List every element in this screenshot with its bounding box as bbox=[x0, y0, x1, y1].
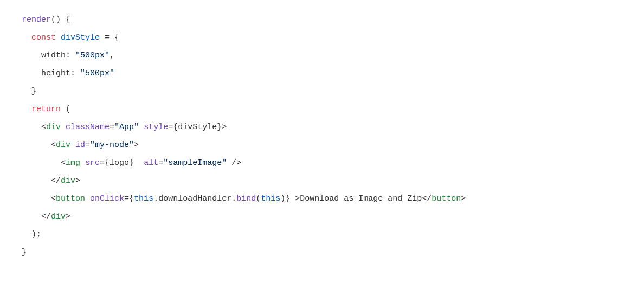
token-attr: className bbox=[66, 123, 110, 132]
code-line: height: "500px" bbox=[22, 69, 114, 78]
token-punc: = bbox=[124, 194, 129, 203]
token-attr: alt bbox=[144, 158, 158, 168]
token-tag: button bbox=[56, 194, 85, 203]
token-punc: /> bbox=[227, 158, 241, 168]
token-variable: logo bbox=[110, 158, 129, 168]
token-punc: () { bbox=[51, 15, 70, 24]
token-punc: . bbox=[231, 194, 236, 203]
token-punc: > bbox=[66, 212, 70, 221]
token-punc: < bbox=[51, 194, 56, 203]
token-punc: { bbox=[105, 158, 110, 168]
token-punc: : bbox=[70, 69, 80, 78]
token-punc: < bbox=[41, 123, 46, 132]
token-punc: } bbox=[129, 158, 134, 168]
token-method: downloadHandler bbox=[158, 194, 231, 203]
token-function: render bbox=[22, 15, 51, 24]
code-line: const divStyle = { bbox=[22, 33, 119, 42]
token-variable: divStyle bbox=[61, 33, 100, 42]
token-punc: = bbox=[110, 123, 114, 132]
token-string: "App" bbox=[114, 123, 139, 132]
token-text: Download as Image and Zip bbox=[300, 194, 422, 203]
token-punc: ( bbox=[256, 194, 261, 203]
token-attr: style bbox=[144, 123, 168, 132]
token-punc: } bbox=[31, 87, 36, 96]
code-line: width: "500px", bbox=[22, 51, 114, 60]
token-punc: </ bbox=[422, 194, 432, 203]
token-tag: div bbox=[51, 212, 66, 221]
token-attr: id bbox=[75, 140, 85, 150]
token-punc: } bbox=[22, 248, 27, 257]
token-prop: height bbox=[41, 69, 70, 78]
token-space bbox=[85, 194, 90, 203]
code-line: } bbox=[22, 87, 36, 96]
code-line: ); bbox=[22, 230, 41, 239]
code-block: render() { const divStyle = { width: "50… bbox=[22, 11, 622, 261]
token-punc: : bbox=[66, 51, 75, 60]
token-punc: , bbox=[110, 51, 114, 60]
code-line: <div className="App" style={divStyle}> bbox=[22, 123, 227, 132]
token-punc: > bbox=[222, 123, 227, 132]
token-this: this bbox=[134, 194, 153, 203]
token-punc: </ bbox=[51, 176, 61, 185]
token-tag: div bbox=[46, 123, 61, 132]
token-string: "500px" bbox=[75, 51, 110, 60]
token-punc: ( bbox=[61, 105, 70, 114]
token-punc: </ bbox=[41, 212, 51, 221]
token-punc: = bbox=[168, 123, 173, 132]
token-punc: > bbox=[461, 194, 466, 203]
token-space bbox=[134, 158, 144, 168]
token-punc: } bbox=[285, 194, 290, 203]
token-space bbox=[61, 123, 66, 132]
token-punc: { bbox=[173, 123, 178, 132]
token-punc: = bbox=[158, 158, 163, 168]
token-space bbox=[80, 158, 85, 168]
token-keyword: return bbox=[31, 105, 61, 114]
code-line: return ( bbox=[22, 105, 70, 114]
token-punc: = bbox=[85, 140, 90, 150]
token-punc: > bbox=[75, 176, 80, 185]
token-prop: width bbox=[41, 51, 66, 60]
token-tag: div bbox=[56, 140, 70, 150]
token-punc: . bbox=[153, 194, 158, 203]
token-attr: onClick bbox=[90, 194, 124, 203]
token-attr: src bbox=[85, 158, 100, 168]
code-line: <div id="my-node"> bbox=[22, 140, 139, 150]
code-line: </div> bbox=[22, 212, 70, 221]
token-string: "my-node" bbox=[90, 140, 134, 150]
code-line: render() { bbox=[22, 15, 70, 24]
token-this: this bbox=[261, 194, 280, 203]
token-punc: > bbox=[290, 194, 300, 203]
token-punc: = { bbox=[100, 33, 119, 42]
token-space bbox=[70, 140, 75, 150]
code-line: <button onClick={this.downloadHandler.bi… bbox=[22, 194, 466, 203]
token-punc: } bbox=[217, 123, 222, 132]
token-variable: divStyle bbox=[178, 123, 217, 132]
token-keyword: const bbox=[31, 33, 56, 42]
token-string: "500px" bbox=[80, 69, 114, 78]
token-punc: < bbox=[61, 158, 66, 168]
token-punc: { bbox=[129, 194, 134, 203]
code-line: } bbox=[22, 248, 27, 257]
code-line: <img src={logo} alt="sampleImage" /> bbox=[22, 158, 241, 168]
code-line: </div> bbox=[22, 176, 80, 185]
token-punc: > bbox=[134, 140, 139, 150]
token-punc: < bbox=[51, 140, 56, 150]
token-tag: div bbox=[61, 176, 75, 185]
token-punc: ); bbox=[31, 230, 41, 239]
token-punc: ) bbox=[280, 194, 285, 203]
token-punc: = bbox=[100, 158, 105, 168]
token-tag: button bbox=[432, 194, 461, 203]
token-tag: img bbox=[66, 158, 80, 168]
token-string: "sampleImage" bbox=[163, 158, 227, 168]
token-method: bind bbox=[236, 194, 256, 203]
